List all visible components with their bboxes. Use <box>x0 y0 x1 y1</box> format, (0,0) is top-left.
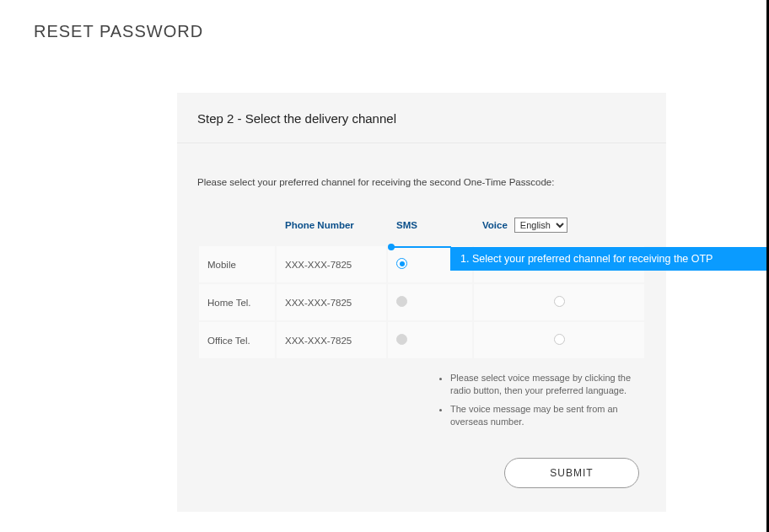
sms-radio-mobile[interactable] <box>396 258 407 269</box>
row-phone: XXX-XXX-7825 <box>277 322 386 358</box>
row-label: Office Tel. <box>199 322 275 358</box>
col-sms: SMS <box>388 211 472 245</box>
page-title: RESET PASSWORD <box>34 22 203 41</box>
table-row: Office Tel. XXX-XXX-7825 <box>199 322 644 358</box>
callout-connector-icon <box>394 246 451 248</box>
card-header: Step 2 - Select the delivery channel <box>177 93 666 143</box>
card-body: Please select your preferred channel for… <box>177 143 666 512</box>
voice-notes: Please select voice message by clicking … <box>435 372 646 429</box>
row-label: Home Tel. <box>199 284 275 320</box>
col-voice: Voice English <box>474 211 644 245</box>
callout-annotation: 1. Select your preferred channel for rec… <box>450 247 766 271</box>
row-label: Mobile <box>199 246 275 282</box>
submit-button[interactable]: SUBMIT <box>504 458 639 488</box>
voice-radio-home[interactable] <box>554 296 565 307</box>
submit-row: SUBMIT <box>197 458 646 488</box>
reset-password-card: Step 2 - Select the delivery channel Ple… <box>177 93 666 512</box>
row-phone: XXX-XXX-7825 <box>277 246 386 282</box>
callout-dot-icon <box>388 244 395 250</box>
instruction-text: Please select your preferred channel for… <box>197 177 646 187</box>
sms-radio-home[interactable] <box>396 296 407 307</box>
list-item: Please select voice message by clicking … <box>450 372 646 398</box>
voice-radio-office[interactable] <box>554 334 565 345</box>
col-label-blank <box>199 211 275 245</box>
list-item: The voice message may be sent from an ov… <box>450 403 646 429</box>
sms-radio-office[interactable] <box>396 334 407 345</box>
col-phone-number: Phone Number <box>277 211 386 245</box>
channel-table: Phone Number SMS Voice English Mobile <box>197 209 646 360</box>
table-row: Home Tel. XXX-XXX-7825 <box>199 284 644 320</box>
col-voice-label: Voice <box>482 220 508 230</box>
row-phone: XXX-XXX-7825 <box>277 284 386 320</box>
step-title: Step 2 - Select the delivery channel <box>197 111 646 126</box>
voice-language-select[interactable]: English <box>514 218 567 233</box>
